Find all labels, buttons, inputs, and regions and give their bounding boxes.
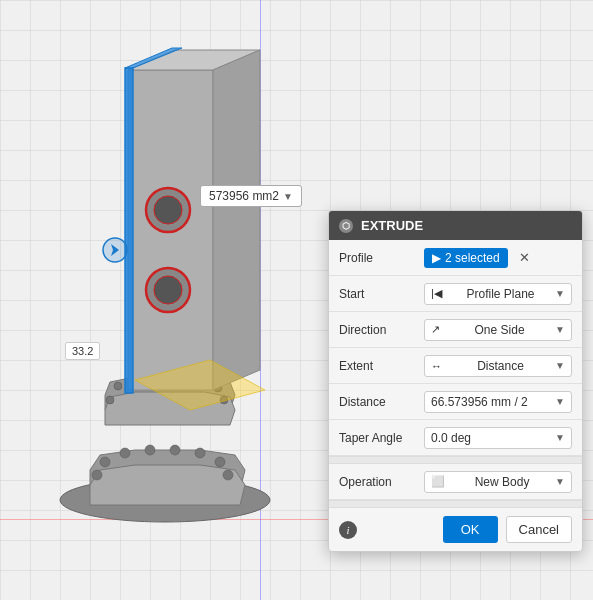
start-icon: |◀ bbox=[431, 287, 442, 300]
start-label: Start bbox=[339, 287, 424, 301]
area-label[interactable]: 573956 mm2 ▼ bbox=[200, 185, 302, 207]
extent-arrow: ▼ bbox=[555, 360, 565, 371]
distance-row: Distance 66.573956 mm / 2 ▼ bbox=[329, 384, 582, 420]
area-dropdown-arrow: ▼ bbox=[283, 191, 293, 202]
distance-value: 66.573956 mm / 2 bbox=[431, 395, 528, 409]
distance-arrow: ▼ bbox=[555, 396, 565, 407]
direction-control[interactable]: ↗ One Side ▼ bbox=[424, 319, 572, 341]
svg-point-6 bbox=[170, 445, 180, 455]
start-value: Profile Plane bbox=[466, 287, 534, 301]
taper-angle-control[interactable]: 0.0 deg ▼ bbox=[424, 427, 572, 449]
svg-point-8 bbox=[215, 457, 225, 467]
start-dropdown[interactable]: |◀ Profile Plane ▼ bbox=[424, 283, 572, 305]
taper-angle-arrow: ▼ bbox=[555, 432, 565, 443]
direction-icon: ↗ bbox=[431, 323, 440, 336]
operation-row: Operation ⬜ New Body ▼ bbox=[329, 464, 582, 500]
extent-icon: ↔ bbox=[431, 360, 442, 372]
direction-value: One Side bbox=[475, 323, 525, 337]
svg-point-3 bbox=[100, 457, 110, 467]
start-arrow: ▼ bbox=[555, 288, 565, 299]
svg-point-7 bbox=[195, 448, 205, 458]
operation-dropdown[interactable]: ⬜ New Body ▼ bbox=[424, 471, 572, 493]
start-control[interactable]: |◀ Profile Plane ▼ bbox=[424, 283, 572, 305]
dialog-separator bbox=[329, 456, 582, 464]
direction-label: Direction bbox=[339, 323, 424, 337]
svg-point-19 bbox=[106, 396, 114, 404]
footer-buttons: OK Cancel bbox=[443, 516, 572, 543]
info-button[interactable]: i bbox=[339, 521, 357, 539]
operation-arrow: ▼ bbox=[555, 476, 565, 487]
profile-row: Profile ▶ 2 selected ✕ bbox=[329, 240, 582, 276]
dialog-header-icon: ⬡ bbox=[339, 219, 353, 233]
svg-point-4 bbox=[120, 448, 130, 458]
extent-label: Extent bbox=[339, 359, 424, 373]
svg-point-10 bbox=[92, 470, 102, 480]
svg-point-26 bbox=[154, 196, 182, 224]
extent-value: Distance bbox=[477, 359, 524, 373]
profile-control: ▶ 2 selected ✕ bbox=[424, 248, 572, 268]
extrude-dialog: ⬡ EXTRUDE Profile ▶ 2 selected ✕ Start |… bbox=[328, 210, 583, 552]
svg-marker-22 bbox=[213, 50, 260, 390]
svg-marker-2 bbox=[90, 465, 245, 505]
svg-point-9 bbox=[223, 470, 233, 480]
cancel-button[interactable]: Cancel bbox=[506, 516, 572, 543]
dialog-footer: i OK Cancel bbox=[329, 508, 582, 551]
taper-angle-dropdown[interactable]: 0.0 deg ▼ bbox=[424, 427, 572, 449]
operation-control[interactable]: ⬜ New Body ▼ bbox=[424, 471, 572, 493]
svg-point-28 bbox=[154, 276, 182, 304]
direction-arrow: ▼ bbox=[555, 324, 565, 335]
dialog-title: EXTRUDE bbox=[361, 218, 423, 233]
taper-angle-value: 0.0 deg bbox=[431, 431, 471, 445]
start-row: Start |◀ Profile Plane ▼ bbox=[329, 276, 582, 312]
profile-label: Profile bbox=[339, 251, 424, 265]
extent-control[interactable]: ↔ Distance ▼ bbox=[424, 355, 572, 377]
taper-angle-label: Taper Angle bbox=[339, 431, 424, 445]
new-body-icon: ⬜ bbox=[431, 475, 445, 488]
area-value: 573956 mm2 bbox=[209, 189, 279, 203]
dialog-header: ⬡ EXTRUDE bbox=[329, 211, 582, 240]
dialog-separator-2 bbox=[329, 500, 582, 508]
operation-label: Operation bbox=[339, 475, 424, 489]
profile-selected-label: 2 selected bbox=[445, 251, 500, 265]
measurement-label: 33.2 bbox=[65, 342, 100, 360]
3d-model bbox=[10, 10, 320, 570]
profile-selected-button[interactable]: ▶ 2 selected bbox=[424, 248, 508, 268]
distance-control[interactable]: 66.573956 mm / 2 ▼ bbox=[424, 391, 572, 413]
svg-rect-23 bbox=[125, 68, 133, 393]
distance-dropdown[interactable]: 66.573956 mm / 2 ▼ bbox=[424, 391, 572, 413]
svg-point-5 bbox=[145, 445, 155, 455]
cursor-icon-small: ▶ bbox=[432, 251, 441, 265]
taper-angle-row: Taper Angle 0.0 deg ▼ bbox=[329, 420, 582, 456]
operation-value: New Body bbox=[475, 475, 530, 489]
svg-point-13 bbox=[114, 382, 122, 390]
extent-row: Extent ↔ Distance ▼ bbox=[329, 348, 582, 384]
profile-clear-button[interactable]: ✕ bbox=[514, 248, 535, 267]
distance-label: Distance bbox=[339, 395, 424, 409]
ok-button[interactable]: OK bbox=[443, 516, 498, 543]
extent-dropdown[interactable]: ↔ Distance ▼ bbox=[424, 355, 572, 377]
direction-row: Direction ↗ One Side ▼ bbox=[329, 312, 582, 348]
direction-dropdown[interactable]: ↗ One Side ▼ bbox=[424, 319, 572, 341]
